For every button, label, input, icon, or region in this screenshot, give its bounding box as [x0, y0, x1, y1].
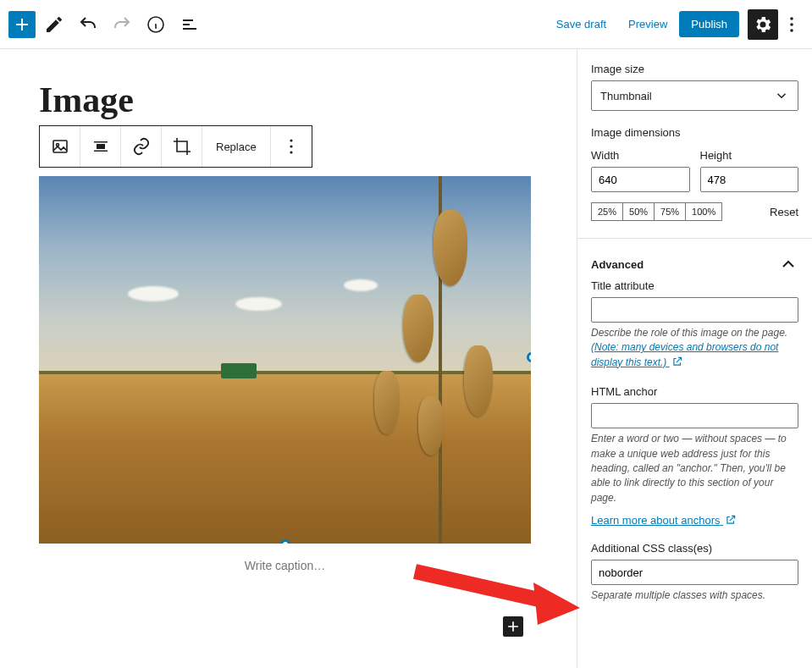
- svg-point-2: [790, 23, 793, 26]
- pct-25-button[interactable]: 25%: [591, 202, 623, 221]
- settings-button[interactable]: [748, 9, 778, 40]
- svg-rect-8: [94, 151, 108, 152]
- chevron-up-icon: [778, 254, 798, 274]
- link-button[interactable]: [121, 126, 162, 167]
- plus-icon: [505, 618, 522, 635]
- page-title[interactable]: Image: [39, 80, 577, 120]
- toolbar-left: [8, 9, 205, 40]
- pencil-icon: [44, 14, 64, 35]
- svg-point-11: [290, 151, 292, 153]
- caption-input[interactable]: [39, 544, 531, 572]
- undo-button[interactable]: [73, 9, 103, 40]
- svg-rect-6: [97, 144, 105, 149]
- align-button[interactable]: [80, 126, 121, 167]
- pct-50-button[interactable]: 50%: [623, 202, 655, 221]
- toolbar-right: Save draft Preview Publish: [546, 9, 804, 40]
- editor-canvas: Image Replace: [0, 49, 577, 668]
- publish-button[interactable]: Publish: [679, 11, 739, 37]
- more-options-button[interactable]: [780, 9, 804, 40]
- redo-icon: [112, 14, 132, 35]
- css-classes-label: Additional CSS class(es): [591, 542, 798, 555]
- crop-icon: [172, 136, 192, 157]
- title-attribute-label: Title attribute: [591, 279, 798, 292]
- image-size-label: Image size: [591, 63, 798, 75]
- image-icon: [50, 136, 70, 157]
- advanced-title: Advanced: [591, 258, 644, 271]
- block-more-button[interactable]: [271, 126, 312, 167]
- svg-point-10: [290, 145, 292, 147]
- kebab-icon: [281, 136, 301, 157]
- svg-point-3: [790, 29, 793, 32]
- pct-100-button[interactable]: 100%: [686, 202, 722, 221]
- width-input[interactable]: [591, 167, 690, 192]
- info-button[interactable]: [141, 9, 171, 40]
- link-icon: [131, 136, 152, 157]
- align-icon: [91, 136, 111, 157]
- top-toolbar: Save draft Preview Publish: [0, 0, 812, 49]
- title-attribute-help: Describe the role of this image on the p…: [591, 326, 798, 370]
- info-icon: [146, 14, 166, 35]
- title-attribute-help-link[interactable]: (Note: many devices and browsers do not …: [591, 341, 778, 367]
- title-attribute-input[interactable]: [591, 297, 798, 323]
- image-size-select[interactable]: Thumbnail: [591, 80, 798, 111]
- external-icon: [671, 356, 683, 367]
- image-size-value: Thumbnail: [600, 90, 652, 102]
- chevron-down-icon: [774, 88, 789, 103]
- html-anchor-help: Enter a word or two — without spaces — t…: [591, 432, 798, 505]
- save-draft-button[interactable]: Save draft: [546, 11, 616, 37]
- block-type-button[interactable]: [40, 126, 80, 167]
- redo-button[interactable]: [107, 9, 137, 40]
- resize-handle-bottom[interactable]: [280, 539, 290, 544]
- replace-button[interactable]: Replace: [202, 126, 271, 167]
- advanced-panel-toggle[interactable]: Advanced: [591, 254, 798, 274]
- svg-rect-4: [53, 141, 67, 152]
- list-icon: [180, 14, 200, 35]
- height-input[interactable]: [700, 167, 799, 192]
- undo-icon: [78, 14, 98, 35]
- reset-button[interactable]: Reset: [770, 206, 798, 218]
- svg-point-1: [790, 17, 793, 20]
- settings-sidebar: Image size Thumbnail Image dimensions Wi…: [577, 49, 812, 668]
- image-block[interactable]: [39, 176, 531, 544]
- block-toolbar: Replace: [39, 125, 312, 168]
- height-label: Height: [700, 149, 799, 162]
- kebab-icon: [782, 14, 802, 35]
- image-dimensions-label: Image dimensions: [591, 126, 798, 139]
- add-block-button[interactable]: [8, 11, 36, 38]
- css-classes-input[interactable]: [591, 560, 798, 585]
- width-label: Width: [591, 149, 690, 162]
- preview-button[interactable]: Preview: [618, 11, 677, 37]
- crop-button[interactable]: [162, 126, 202, 167]
- external-icon: [725, 514, 737, 526]
- plus-icon: [12, 14, 32, 35]
- edit-mode-button[interactable]: [39, 9, 69, 40]
- gear-icon: [753, 14, 773, 35]
- insert-block-button[interactable]: [503, 616, 523, 637]
- html-anchor-input[interactable]: [591, 403, 798, 428]
- svg-rect-7: [94, 141, 108, 143]
- pct-75-button[interactable]: 75%: [655, 202, 686, 221]
- svg-point-9: [290, 139, 292, 141]
- outline-button[interactable]: [174, 9, 205, 40]
- learn-more-anchors-link[interactable]: Learn more about anchors: [591, 514, 737, 527]
- css-classes-help: Separate multiple classes with spaces.: [591, 588, 798, 603]
- html-anchor-label: HTML anchor: [591, 385, 798, 398]
